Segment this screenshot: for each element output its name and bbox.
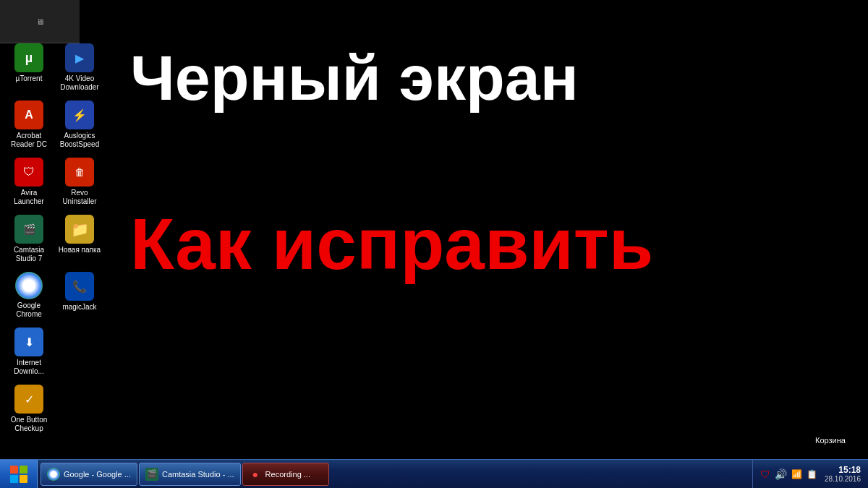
tray-date: 28.10.2016 bbox=[825, 475, 861, 483]
tray-volume-icon[interactable]: 🔊 bbox=[775, 468, 787, 480]
icon-onebutton[interactable]: ✓ One ButtonCheckup bbox=[7, 385, 51, 433]
taskbar: Google - Google ... 🎬 Camtasia Studio - … bbox=[0, 459, 868, 488]
tray-network-icon[interactable]: 📶 bbox=[791, 469, 802, 479]
icon-idownload[interactable]: ⬇ InternetDownlo... bbox=[7, 328, 51, 376]
tray-time: 15:18 bbox=[838, 465, 861, 475]
icon-camtasia[interactable]: 🎬 CamtasiaStudio 7 bbox=[7, 215, 51, 263]
tray-clock: 15:18 28.10.2016 bbox=[825, 465, 861, 483]
chrome-task-icon bbox=[47, 468, 60, 481]
icon-revo[interactable]: 🗑 RevoUninstaller bbox=[58, 158, 101, 206]
desktop-icon-area: µ µTorrent ▶ 4K VideoDownloader A Acroba… bbox=[7, 43, 101, 433]
recording-task-icon: ● bbox=[249, 468, 262, 481]
icon-acrobat[interactable]: A AcrobatReader DC bbox=[7, 100, 51, 149]
tray-antivirus-icon: 🛡 bbox=[760, 468, 770, 480]
windows-logo bbox=[10, 466, 27, 483]
icon-magicjack[interactable]: 📞 magicJack bbox=[58, 272, 101, 319]
system-tray: 🛡 🔊 📶 📋 15:18 28.10.2016 bbox=[752, 460, 868, 488]
taskbar-tasks: Google - Google ... 🎬 Camtasia Studio - … bbox=[38, 460, 752, 488]
start-button[interactable] bbox=[0, 460, 38, 489]
icon-auslogics[interactable]: ⚡ AuslogicsBoostSpeed bbox=[58, 100, 101, 149]
recording-task-label: Recording ... bbox=[265, 470, 310, 479]
taskbar-task-recording[interactable]: ● Recording ... bbox=[242, 463, 329, 486]
main-title: Черный экран bbox=[130, 43, 854, 114]
camtasia-task-icon: 🎬 bbox=[145, 468, 158, 481]
sub-title: Как исправить bbox=[130, 202, 854, 286]
taskbar-task-camtasia[interactable]: 🎬 Camtasia Studio - ... bbox=[139, 463, 241, 486]
icon-4kvideo[interactable]: ▶ 4K VideoDownloader bbox=[58, 43, 101, 92]
icon-utorrent[interactable]: µ µTorrent bbox=[7, 43, 51, 92]
corner-thumbnail: 🖥 bbox=[0, 0, 80, 43]
desktop: 🖥 µ µTorrent ▶ 4K VideoDownloader A bbox=[0, 0, 868, 459]
google-task-label: Google - Google ... bbox=[64, 470, 131, 479]
icon-chrome[interactable]: GoogleChrome bbox=[7, 272, 51, 319]
icon-new-folder[interactable]: 📁 Новая папка bbox=[58, 215, 101, 263]
camtasia-task-label: Camtasia Studio - ... bbox=[162, 470, 234, 479]
icon-avira[interactable]: 🛡 AviraLauncher bbox=[7, 158, 51, 206]
trash-icon[interactable]: 🗑 Корзина bbox=[814, 404, 846, 445]
taskbar-task-google[interactable]: Google - Google ... bbox=[41, 463, 137, 486]
tray-action-center-icon[interactable]: 📋 bbox=[807, 469, 817, 479]
